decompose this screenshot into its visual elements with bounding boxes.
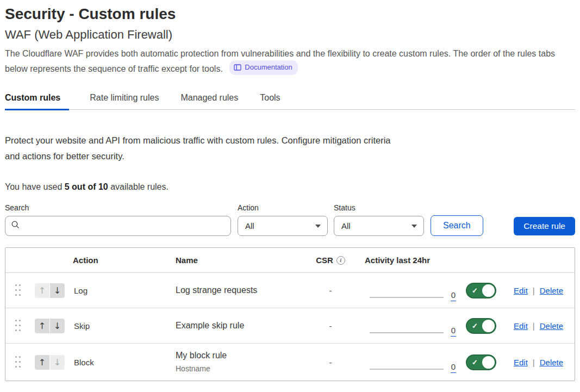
toggle-knob — [482, 320, 495, 332]
usage-text: You have used 5 out of 10 available rule… — [5, 182, 575, 192]
move-up-button: ↑ — [35, 283, 49, 298]
delete-link[interactable]: Delete — [540, 286, 563, 295]
drag-handle-icon[interactable] — [15, 356, 21, 369]
link-separator: | — [533, 321, 535, 331]
rule-name: My block rule Hostname — [166, 350, 309, 375]
tab-bar: Custom rules Rate limiting rules Managed… — [5, 90, 575, 110]
action-filter-label: Action — [238, 203, 328, 212]
rule-enabled-toggle[interactable]: ✓ — [466, 283, 496, 298]
edit-link[interactable]: Edit — [514, 358, 528, 367]
search-button[interactable]: Search — [431, 215, 483, 236]
activity-count-link[interactable]: 0 — [451, 362, 456, 373]
rule-name: Log strange requests — [166, 284, 309, 296]
intro-text: Protect your website and API from malici… — [5, 133, 407, 164]
documentation-badge-label: Documentation — [245, 61, 292, 74]
rule-name: Example skip rule — [166, 320, 309, 332]
action-select[interactable]: All — [238, 216, 328, 236]
usage-count: 5 out of 10 — [65, 182, 108, 191]
rule-csr: - — [329, 286, 332, 295]
activity-cell: 0 — [352, 312, 459, 340]
toggle-cell: ✓ — [466, 283, 496, 298]
toggle-knob — [482, 284, 495, 297]
search-label: Search — [5, 203, 231, 212]
activity-count-link[interactable]: 0 — [451, 326, 456, 337]
activity-sparkline — [370, 332, 444, 333]
rule-action: Skip — [67, 321, 166, 331]
page-subtitle: WAF (Web Application Firewall) — [5, 27, 575, 43]
activity-count-link[interactable]: 0 — [451, 290, 456, 301]
edit-link[interactable]: Edit — [514, 286, 528, 295]
drag-handle-icon[interactable] — [15, 284, 21, 297]
row-links: Edit | Delete — [503, 286, 575, 295]
toggle-knob — [482, 356, 495, 369]
toggle-cell: ✓ — [466, 318, 496, 334]
activity-sparkline — [370, 369, 444, 370]
status-filter-label: Status — [334, 203, 424, 212]
status-select-value: All — [341, 221, 351, 231]
rule-action: Log — [67, 286, 166, 295]
check-icon: ✓ — [472, 322, 478, 329]
table-row: ↑ ↓ Skip Example skip rule - 0 ✓ Edit | … — [5, 308, 575, 344]
status-filter-group: Status All — [334, 203, 424, 236]
header-name: Name — [166, 256, 309, 265]
move-down-button: ↓ — [50, 355, 65, 370]
move-down-button[interactable]: ↓ — [50, 319, 65, 333]
link-separator: | — [533, 286, 535, 295]
header-csr: CSR i — [316, 256, 345, 265]
header-csr-label: CSR — [316, 256, 333, 265]
row-links: Edit | Delete — [503, 321, 575, 331]
rule-name-text: My block rule — [176, 350, 309, 362]
page: Security - Custom rules WAF (Web Applica… — [0, 0, 580, 381]
row-links: Edit | Delete — [503, 358, 575, 367]
header-activity: Activity last 24hr — [352, 256, 459, 265]
create-rule-button[interactable]: Create rule — [514, 217, 575, 235]
rule-csr: - — [329, 321, 332, 331]
status-select[interactable]: All — [334, 216, 424, 236]
search-icon — [11, 220, 20, 232]
activity-cell: 0 — [352, 276, 459, 304]
page-title: Security - Custom rules — [5, 4, 575, 24]
header-action: Action — [67, 256, 166, 265]
documentation-badge[interactable]: Documentation — [229, 60, 297, 76]
check-icon: ✓ — [472, 359, 478, 366]
search-box — [5, 216, 231, 236]
usage-suffix: available rules. — [108, 182, 169, 191]
tab-custom-rules[interactable]: Custom rules — [5, 90, 69, 110]
move-buttons: ↑ ↓ — [35, 283, 67, 298]
usage-prefix: You have used — [5, 182, 65, 191]
chevron-down-icon — [315, 225, 321, 228]
info-icon[interactable]: i — [336, 256, 345, 265]
documentation-icon — [234, 64, 241, 71]
activity-cell: 0 — [352, 348, 459, 376]
link-separator: | — [533, 358, 535, 367]
rule-csr: - — [329, 358, 332, 367]
rule-enabled-toggle[interactable]: ✓ — [466, 318, 496, 334]
edit-link[interactable]: Edit — [514, 321, 528, 331]
drag-handle-icon[interactable] — [15, 320, 21, 332]
rules-table: Action Name CSR i Activity last 24hr ↑ ↓… — [5, 247, 575, 381]
search-group: Search — [5, 203, 231, 236]
table-row: ↑ ↓ Block My block rule Hostname - 0 ✓ E… — [5, 344, 575, 381]
table-header-row: Action Name CSR i Activity last 24hr — [5, 248, 575, 273]
table-row: ↑ ↓ Log Log strange requests - 0 ✓ Edit … — [5, 273, 575, 308]
delete-link[interactable]: Delete — [540, 321, 563, 331]
chevron-down-icon — [411, 225, 417, 228]
rule-action: Block — [67, 358, 166, 367]
move-buttons: ↑ ↓ — [35, 319, 67, 333]
move-up-button[interactable]: ↑ — [35, 319, 49, 333]
search-input[interactable] — [24, 221, 225, 231]
move-down-button[interactable]: ↓ — [50, 283, 65, 298]
tab-tools[interactable]: Tools — [260, 90, 281, 110]
toggle-cell: ✓ — [466, 354, 496, 370]
page-description: The Cloudflare WAF provides both automat… — [5, 48, 575, 75]
action-select-value: All — [245, 221, 254, 231]
tab-rate-limiting-rules[interactable]: Rate limiting rules — [90, 90, 160, 110]
activity-sparkline — [370, 297, 444, 298]
rule-enabled-toggle[interactable]: ✓ — [466, 354, 496, 370]
filters-bar: Search Action All Status All Search Cr — [5, 203, 575, 236]
delete-link[interactable]: Delete — [540, 358, 563, 367]
tab-managed-rules[interactable]: Managed rules — [180, 90, 239, 110]
move-buttons: ↑ ↓ — [35, 355, 67, 370]
move-up-button[interactable]: ↑ — [35, 355, 49, 370]
check-icon: ✓ — [472, 287, 478, 294]
